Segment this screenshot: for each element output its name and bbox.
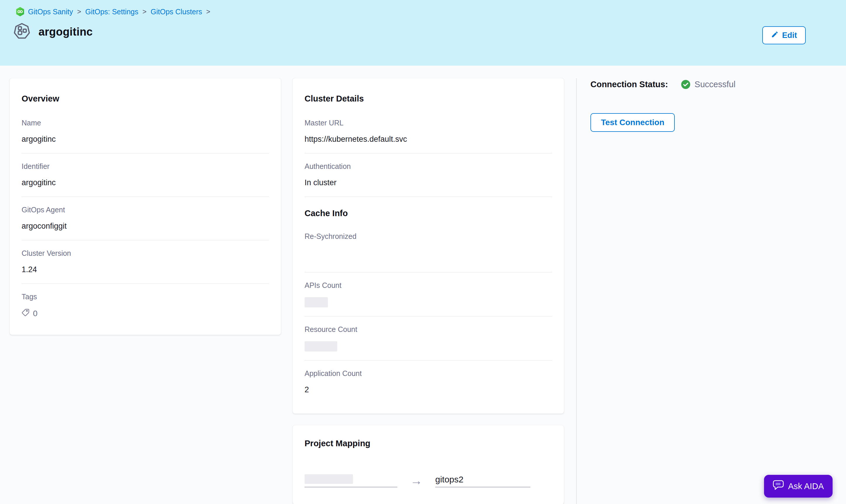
gitops-icon bbox=[16, 7, 24, 16]
main-content: Overview Name argogitinc Identifier argo… bbox=[0, 66, 846, 504]
tags-value: 0 bbox=[22, 309, 269, 319]
breadcrumb-link-gitops-settings[interactable]: GitOps: Settings bbox=[85, 7, 138, 16]
ask-aida-label: Ask AIDA bbox=[788, 482, 824, 491]
skeleton-placeholder bbox=[305, 474, 353, 484]
connection-status-value: Successful bbox=[695, 79, 735, 89]
field-label: Re-Sychronized bbox=[305, 232, 552, 241]
cluster-details-card: Cluster Details Master URL https://kuber… bbox=[293, 78, 564, 414]
middle-column: Cluster Details Master URL https://kuber… bbox=[293, 78, 564, 504]
field-name: Name argogitinc bbox=[22, 104, 269, 154]
page-header: GitOps Sanity > GitOps: Settings > GitOp… bbox=[0, 0, 846, 66]
breadcrumb-separator: > bbox=[142, 7, 147, 16]
chat-bubble-icon bbox=[773, 480, 784, 493]
check-circle-icon bbox=[681, 79, 690, 89]
field-label: Identifier bbox=[22, 162, 269, 170]
gitops-cluster-detail-page: GitOps Sanity > GitOps: Settings > GitOp… bbox=[0, 0, 846, 504]
tags-count: 0 bbox=[33, 309, 38, 318]
project-mapping-row: → gitops2 bbox=[305, 474, 552, 487]
field-value bbox=[305, 341, 552, 352]
breadcrumb: GitOps Sanity > GitOps: Settings > GitOp… bbox=[0, 0, 846, 16]
field-value: https://kubernetes.default.svc bbox=[305, 135, 552, 144]
field-authentication: Authentication In cluster bbox=[305, 154, 552, 197]
edit-button-label: Edit bbox=[782, 31, 797, 40]
field-label: Resource Count bbox=[305, 325, 552, 334]
field-value: argogitinc bbox=[22, 178, 269, 188]
title-row: argogitinc bbox=[14, 23, 846, 41]
cache-info-title: Cache Info bbox=[305, 209, 552, 218]
edit-button[interactable]: Edit bbox=[762, 26, 806, 44]
field-tags: Tags 0 bbox=[22, 284, 269, 335]
field-label: Authentication bbox=[305, 162, 552, 170]
pencil-icon bbox=[771, 31, 779, 40]
test-connection-button[interactable]: Test Connection bbox=[591, 113, 675, 132]
connection-panel: Connection Status: Successful Test Conne… bbox=[591, 79, 735, 132]
field-apis-count: APIs Count bbox=[305, 272, 552, 317]
field-value: argogitinc bbox=[22, 135, 269, 144]
field-identifier: Identifier argogitinc bbox=[22, 154, 269, 197]
field-gitops-agent: GitOps Agent argoconfiggit bbox=[22, 197, 269, 240]
vertical-divider bbox=[576, 78, 577, 504]
field-value: 1.24 bbox=[22, 265, 269, 275]
breadcrumb-separator: > bbox=[76, 7, 82, 16]
ask-aida-button[interactable]: Ask AIDA bbox=[764, 475, 833, 498]
field-application-count: Application Count 2 bbox=[305, 360, 552, 414]
breadcrumb-link-gitops-sanity[interactable]: GitOps Sanity bbox=[28, 7, 73, 16]
project-mapping-target-field[interactable]: gitops2 bbox=[435, 474, 530, 487]
overview-card: Overview Name argogitinc Identifier argo… bbox=[10, 78, 281, 335]
field-label: Application Count bbox=[305, 369, 552, 378]
field-value: argoconfiggit bbox=[22, 222, 269, 231]
field-label: Tags bbox=[22, 292, 269, 301]
field-label: Name bbox=[22, 119, 269, 127]
arrow-right-icon: → bbox=[410, 474, 422, 487]
field-resynchronized: Re-Sychronized bbox=[305, 218, 552, 272]
page-title: argogitinc bbox=[38, 26, 93, 38]
field-label: Cluster Version bbox=[22, 249, 269, 257]
connection-status-label: Connection Status: bbox=[591, 79, 668, 89]
tag-icon bbox=[22, 309, 30, 319]
overview-title: Overview bbox=[22, 78, 269, 104]
connection-status-row: Connection Status: Successful bbox=[591, 79, 735, 89]
project-mapping-card: Project Mapping → gitops2 bbox=[293, 425, 564, 504]
breadcrumb-link-gitops-clusters[interactable]: GitOps Clusters bbox=[150, 7, 202, 16]
field-label: APIs Count bbox=[305, 281, 552, 290]
cluster-icon bbox=[14, 23, 30, 41]
field-label: GitOps Agent bbox=[22, 205, 269, 214]
project-mapping-source-field[interactable] bbox=[305, 474, 397, 487]
field-master-url: Master URL https://kubernetes.default.sv… bbox=[305, 104, 552, 154]
field-cluster-version: Cluster Version 1.24 bbox=[22, 240, 269, 284]
field-value-empty bbox=[305, 248, 552, 263]
field-value: In cluster bbox=[305, 178, 552, 188]
field-value: 2 bbox=[305, 385, 552, 395]
skeleton-placeholder bbox=[305, 297, 328, 307]
field-value bbox=[305, 297, 552, 307]
breadcrumb-separator: > bbox=[206, 7, 211, 16]
project-mapping-target-value: gitops2 bbox=[435, 474, 464, 484]
cluster-details-title: Cluster Details bbox=[305, 78, 552, 104]
field-label: Master URL bbox=[305, 119, 552, 127]
project-mapping-title: Project Mapping bbox=[305, 439, 552, 448]
skeleton-placeholder bbox=[305, 341, 337, 352]
field-resource-count: Resource Count bbox=[305, 317, 552, 360]
